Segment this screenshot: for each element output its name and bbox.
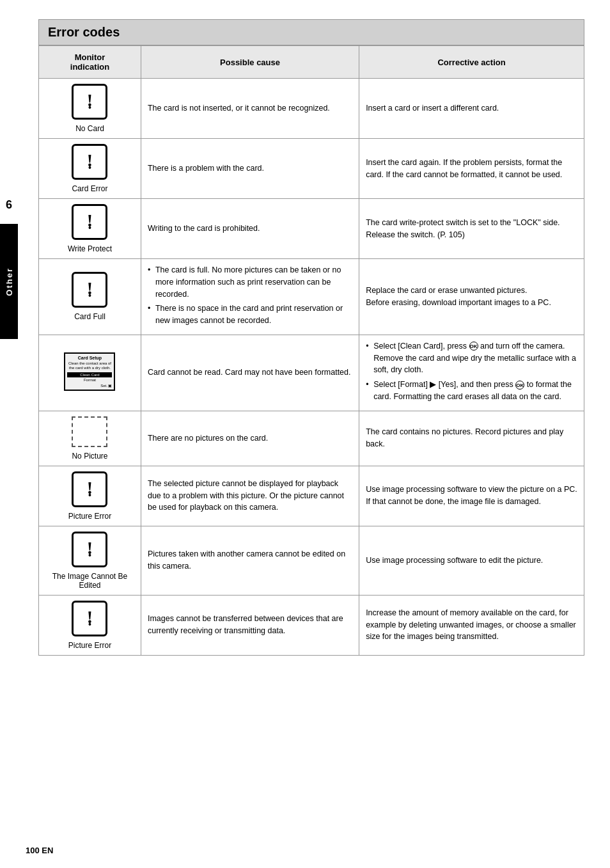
- no-card-label: No Card: [45, 124, 134, 133]
- card-error-label: Card Error: [45, 184, 134, 193]
- list-item: Select [Clean Card], press OK and turn o…: [366, 340, 577, 376]
- cause-cell-card-full: The card is full. No more pictures can b…: [141, 259, 359, 335]
- table-row: Card Error There is a problem with the c…: [39, 139, 584, 199]
- action-bullets-card-unread: Select [Clean Card], press OK and turn o…: [366, 340, 577, 403]
- side-tab-label: Other: [4, 267, 14, 296]
- monitor-cell-picture-error: Picture Error: [39, 466, 141, 526]
- table-header-row: Monitorindication Possible cause Correct…: [39, 46, 584, 79]
- monitor-cell-write-protect: Write Protect: [39, 199, 141, 259]
- image-cannot-edit-label: The Image Cannot Be Edited: [45, 572, 134, 590]
- error-codes-table: Monitorindication Possible cause Correct…: [38, 45, 584, 656]
- image-cannot-edit-icon: [72, 532, 107, 569]
- write-protect-icon: [72, 204, 107, 242]
- action-cell-no-card: Insert a card or insert a different card…: [359, 79, 584, 139]
- action-cell-image-cannot-edit: Use image processing software to edit th…: [359, 526, 584, 595]
- col-header-action: Corrective action: [359, 46, 584, 79]
- page-footer: 100 EN: [26, 846, 53, 855]
- ok-icon: OK: [515, 381, 524, 390]
- cause-cell-no-picture: There are no pictures on the card.: [141, 411, 359, 466]
- page-container: Other 6 Error codes Monitorindication Po…: [0, 0, 610, 868]
- table-row: Card Full The card is full. No more pict…: [39, 259, 584, 335]
- page-number: 100: [26, 846, 40, 855]
- table-row: No Picture There are no pictures on the …: [39, 411, 584, 466]
- monitor-cell-card-full: Card Full: [39, 259, 141, 335]
- table-row: Card Setup Clean the contact area ofthe …: [39, 335, 584, 411]
- cause-cell-picture-error-2: Images cannot be transferred between dev…: [141, 595, 359, 655]
- action-cell-card-error: Insert the card again. If the problem pe…: [359, 139, 584, 199]
- side-tab: Other: [0, 224, 18, 339]
- page-suffix: EN: [40, 846, 54, 855]
- no-picture-label: No Picture: [45, 452, 134, 461]
- monitor-cell-no-card: No Card: [39, 79, 141, 139]
- table-row: Picture Error Images cannot be transferr…: [39, 595, 584, 655]
- cause-cell-write-protect: Writing to the card is prohibited.: [141, 199, 359, 259]
- monitor-cell-image-cannot-edit: The Image Cannot Be Edited: [39, 526, 141, 595]
- cause-cell-card-unread: Card cannot be read. Card may not have b…: [141, 335, 359, 411]
- monitor-cell-card-unread: Card Setup Clean the contact area ofthe …: [39, 335, 141, 411]
- write-protect-label: Write Protect: [45, 244, 134, 253]
- picture-error-label: Picture Error: [45, 512, 134, 521]
- picture-error-icon: [72, 471, 107, 509]
- table-row: The Image Cannot Be Edited Pictures take…: [39, 526, 584, 595]
- table-row: Write Protect Writing to the card is pro…: [39, 199, 584, 259]
- card-error-icon: [72, 144, 107, 182]
- picture-error-2-label: Picture Error: [45, 641, 134, 650]
- cause-cell-picture-error: The selected picture cannot be displayed…: [141, 466, 359, 526]
- list-item: Select [Format] ▶ [Yes], and then press …: [366, 379, 577, 403]
- monitor-cell-picture-error-2: Picture Error: [39, 595, 141, 655]
- action-cell-picture-error: Use image processing software to view th…: [359, 466, 584, 526]
- list-item: The card is full. No more pictures can b…: [148, 264, 352, 300]
- cause-cell-image-cannot-edit: Pictures taken with another camera canno…: [141, 526, 359, 595]
- side-number: 6: [0, 198, 18, 212]
- action-cell-no-picture: The card contains no pictures. Record pi…: [359, 411, 584, 466]
- col-header-monitor: Monitorindication: [39, 46, 141, 79]
- table-row: No Card The card is not inserted, or it …: [39, 79, 584, 139]
- list-item: There is no space in the card and print …: [148, 303, 352, 327]
- page-title: Error codes: [38, 19, 584, 45]
- col-header-cause: Possible cause: [141, 46, 359, 79]
- action-cell-write-protect: The card write-protect switch is set to …: [359, 199, 584, 259]
- cause-bullets-card-full: The card is full. No more pictures can b…: [148, 264, 352, 327]
- menu-screen-icon: Card Setup Clean the contact area ofthe …: [64, 352, 115, 391]
- action-cell-picture-error-2: Increase the amount of memory available …: [359, 595, 584, 655]
- picture-error-2-icon: [72, 601, 107, 638]
- no-picture-icon: [72, 416, 107, 449]
- action-cell-card-full: Replace the card or erase unwanted pictu…: [359, 259, 584, 335]
- cause-cell-card-error: There is a problem with the card.: [141, 139, 359, 199]
- monitor-cell-no-picture: No Picture: [39, 411, 141, 466]
- monitor-cell-card-error: Card Error: [39, 139, 141, 199]
- no-card-icon: [72, 84, 107, 122]
- ok-icon: OK: [469, 342, 478, 351]
- card-full-icon: [72, 272, 107, 310]
- card-full-label: Card Full: [45, 312, 134, 321]
- cause-cell-no-card: The card is not inserted, or it cannot b…: [141, 79, 359, 139]
- table-row: Picture Error The selected picture canno…: [39, 466, 584, 526]
- action-cell-card-unread: Select [Clean Card], press OK and turn o…: [359, 335, 584, 411]
